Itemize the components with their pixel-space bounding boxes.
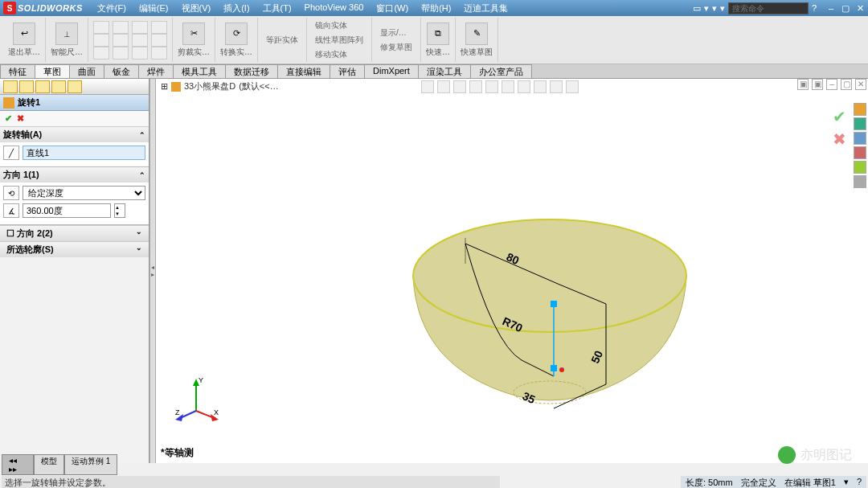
tp-custom-icon[interactable] — [854, 175, 866, 188]
tab-mold[interactable]: 模具工具 — [173, 64, 226, 78]
fm-tab1-icon[interactable] — [3, 80, 18, 93]
prev-view-icon[interactable] — [453, 80, 466, 93]
smart-dim-icon[interactable]: ⟂ — [55, 23, 78, 45]
model-viewport[interactable]: 80 R70 35 50 — [373, 143, 710, 433]
qatb-new-icon[interactable]: ▭ — [693, 3, 701, 14]
dir1-type-select[interactable]: 给定深度 — [23, 186, 145, 200]
tab-dimxpert[interactable]: DimXpert — [364, 64, 419, 78]
qatb-open-icon[interactable]: ▾ — [704, 3, 709, 14]
menu-help[interactable]: 帮助(H) — [415, 1, 457, 16]
menu-view[interactable]: 视图(V) — [175, 1, 218, 16]
collapse-icon[interactable]: ⌃ — [139, 131, 145, 139]
menu-window[interactable]: 窗口(W) — [370, 1, 415, 16]
menu-photoview[interactable]: PhotoView 360 — [298, 1, 371, 16]
orientation-triad[interactable]: Y X Z — [172, 375, 220, 423]
endpoint-handle[interactable] — [551, 365, 557, 371]
fm-tab3-icon[interactable] — [35, 80, 50, 93]
expand-icon[interactable]: ⌄ — [136, 228, 142, 240]
endpoint-handle[interactable] — [551, 301, 557, 307]
maximize-icon[interactable]: ▢ — [841, 3, 850, 14]
doc-btn2-icon[interactable]: ▣ — [812, 79, 823, 90]
search-input[interactable] — [728, 2, 809, 14]
axis-header[interactable]: 旋转轴(A) ⌃ — [0, 127, 149, 142]
section-view-icon[interactable] — [469, 80, 482, 93]
qatb-print-icon[interactable]: ▾ — [720, 3, 725, 14]
doc-close-icon[interactable]: ✕ — [855, 79, 866, 90]
status-unit-icon[interactable]: ▾ — [844, 477, 849, 487]
reverse-dir-icon[interactable]: ⟲ — [3, 186, 19, 200]
tab-migrate[interactable]: 数据迁移 — [225, 64, 278, 78]
circle-icon[interactable] — [113, 21, 129, 34]
tp-library-icon[interactable] — [854, 117, 866, 130]
pm-ok-icon[interactable]: ✔ — [5, 113, 12, 124]
tp-palette-icon[interactable] — [854, 146, 866, 159]
expand-icon[interactable]: ⌄ — [136, 244, 142, 256]
confirm-cancel-icon[interactable]: ✖ — [833, 129, 852, 146]
mirror-label[interactable]: 镜向实体 — [312, 19, 366, 32]
menu-maidi[interactable]: 迈迪工具集 — [457, 1, 514, 16]
help-icon[interactable]: ? — [812, 3, 817, 13]
slot-icon[interactable] — [151, 47, 167, 59]
angle-spinner[interactable]: ▲▼ — [114, 203, 125, 218]
doc-max-icon[interactable]: ▢ — [841, 79, 852, 90]
menu-tools[interactable]: 工具(T) — [256, 1, 298, 16]
tp-appearance-icon[interactable] — [854, 161, 866, 174]
tab-sketch[interactable]: 草图 — [35, 64, 70, 78]
close-icon[interactable]: ✕ — [855, 3, 865, 14]
qatb-save-icon[interactable]: ▾ — [712, 3, 717, 14]
status-extra-icon[interactable]: ? — [857, 477, 862, 487]
fm-tab2-icon[interactable] — [19, 80, 34, 93]
pattern-label[interactable]: 线性草图阵列 — [312, 34, 366, 47]
confirm-ok-icon[interactable]: ✔ — [833, 107, 852, 123]
tp-explorer-icon[interactable] — [854, 132, 866, 145]
splitter[interactable]: ◂▸ — [149, 79, 156, 463]
tab-sheetmetal[interactable]: 钣金 — [104, 64, 139, 78]
arc-icon[interactable] — [132, 21, 148, 34]
pm-cancel-icon[interactable]: ✖ — [17, 113, 24, 124]
move-label[interactable]: 移动实体 — [312, 48, 366, 61]
menu-insert[interactable]: 插入(I) — [217, 1, 256, 16]
scene-icon[interactable] — [550, 80, 563, 93]
graphics-area[interactable]: ▣ ▣ – ▢ ✕ ⊞ 33小熊果盘D (默认<<… ✔ ✖ — [156, 79, 868, 463]
tab-direct[interactable]: 直接编辑 — [277, 64, 330, 78]
chamfer-icon[interactable] — [132, 47, 148, 59]
btab-model[interactable]: 模型 — [34, 454, 64, 475]
offset-label[interactable]: 等距实体 — [263, 34, 301, 47]
fm-tab4-icon[interactable] — [51, 80, 66, 93]
exit-sketch-icon[interactable]: ↩ — [13, 23, 35, 45]
btab-nav[interactable]: ◂◂ ▸▸ — [2, 454, 34, 475]
ellipse-icon[interactable] — [132, 34, 148, 47]
minimize-icon[interactable]: – — [826, 3, 836, 14]
zoom-fit-icon[interactable] — [421, 80, 434, 93]
menu-edit[interactable]: 编辑(E) — [133, 1, 175, 16]
view-orient-icon[interactable] — [485, 80, 498, 93]
section-dir2[interactable]: ☐ 方向 2(2) ⌄ — [0, 225, 149, 241]
tab-evaluate[interactable]: 评估 — [330, 64, 365, 78]
rect-icon[interactable] — [93, 34, 109, 47]
dir1-angle-input[interactable] — [23, 203, 111, 218]
doc-btn1-icon[interactable]: ▣ — [797, 79, 809, 90]
appearance-icon[interactable] — [534, 80, 547, 93]
point-icon[interactable] — [93, 47, 109, 59]
tab-weldment[interactable]: 焊件 — [138, 64, 174, 78]
spline-icon[interactable] — [151, 21, 167, 34]
btab-motion[interactable]: 运动算例 1 — [64, 454, 117, 475]
tab-office[interactable]: 办公室产品 — [470, 64, 532, 78]
flyout-tree[interactable]: ⊞ 33小熊果盘D (默认<<… — [161, 80, 279, 92]
collapse-icon[interactable]: ⌃ — [139, 171, 145, 179]
dir1-header[interactable]: 方向 1(1) ⌃ — [0, 167, 149, 182]
convert-icon[interactable]: ⟳ — [225, 23, 248, 45]
tab-surface[interactable]: 曲面 — [69, 64, 104, 78]
axis-input[interactable] — [23, 146, 145, 160]
poly-icon[interactable] — [113, 34, 129, 47]
doc-min-icon[interactable]: – — [826, 79, 837, 90]
tab-render[interactable]: 渲染工具 — [418, 64, 471, 78]
axis-select-icon[interactable]: ╱ — [3, 146, 19, 160]
tree-expand-icon[interactable]: ⊞ — [161, 81, 168, 92]
repair-label[interactable]: 修复草图 — [377, 41, 416, 54]
view-settings-icon[interactable] — [566, 80, 579, 93]
zoom-area-icon[interactable] — [437, 80, 450, 93]
hide-show-icon[interactable] — [518, 80, 530, 93]
tp-resources-icon[interactable] — [854, 103, 866, 116]
display-label[interactable]: 显示/… — [377, 27, 416, 39]
